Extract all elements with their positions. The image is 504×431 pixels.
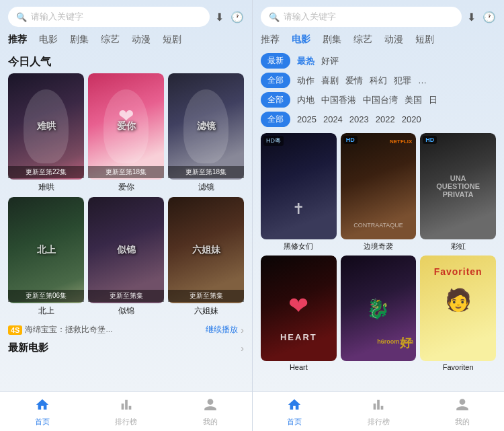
- filter-tag-jp[interactable]: 日: [429, 94, 437, 106]
- popular-section-title: 今日人气: [0, 51, 252, 73]
- hd-badge-2: HD: [343, 136, 358, 144]
- poster-item-lujing[interactable]: 滤镜 更新至第18集 滤镜: [168, 73, 244, 193]
- right-search-placeholder: 请输入关键字: [284, 11, 336, 23]
- mine-icon: [203, 397, 218, 416]
- right-search-input-wrap[interactable]: 🔍 请输入关键字: [261, 7, 462, 27]
- filter-tag-2020[interactable]: 2020: [402, 114, 421, 124]
- filter-tag-hk[interactable]: 中国香港: [321, 94, 356, 106]
- left-tab-movie[interactable]: 电影: [39, 34, 58, 47]
- filter-row-1: 最新 最热 好评: [253, 51, 504, 71]
- right-nav-ranking[interactable]: 排行榜: [337, 392, 421, 431]
- poster-art-text-1: 难哄: [37, 120, 56, 132]
- right-nav-ranking-label: 排行榜: [368, 417, 390, 427]
- history-icon[interactable]: 🕐: [230, 11, 244, 24]
- right-search-bar: 🔍 请输入关键字 ⬇ 🕐: [253, 0, 504, 31]
- poster-title-6: 六姐妹: [168, 303, 244, 317]
- filter-tag-2024[interactable]: 2024: [323, 114, 343, 124]
- right-nav-home-label: 首页: [287, 417, 302, 427]
- filter-tag-crime[interactable]: 犯罪: [394, 75, 411, 87]
- filter-tag-good[interactable]: 好评: [321, 55, 339, 67]
- filter-row-3: 全部 内地 中国香港 中国台湾 美国 日: [253, 90, 504, 110]
- left-tab-variety[interactable]: 综艺: [101, 34, 120, 47]
- left-nav-mine[interactable]: 我的: [168, 392, 252, 431]
- filter-tag-scifi[interactable]: 科幻: [370, 75, 387, 87]
- right-tab-series[interactable]: 剧集: [323, 34, 341, 47]
- poster-badge-4: 更新至第06集: [8, 290, 84, 302]
- poster-badge-2: 更新至第18集: [88, 166, 164, 178]
- left-nav-ranking[interactable]: 排行榜: [84, 392, 168, 431]
- filter-tag-us[interactable]: 美国: [405, 94, 422, 106]
- right-poster-caihong[interactable]: HD UNAQUESTIONEPRIVATA 彩虹: [420, 133, 496, 251]
- notice-arrow-icon: ›: [241, 325, 244, 336]
- notice-badge: 4S: [8, 325, 22, 335]
- right-search-icon: 🔍: [269, 12, 280, 22]
- filter-tag-tw[interactable]: 中国台湾: [363, 94, 398, 106]
- right-poster-heart[interactable]: ❤ HEART Heart: [261, 256, 337, 372]
- filter-row-4: 全部 2025 2024 2023 2022 2020: [253, 110, 504, 129]
- notice-continue-link[interactable]: 继续播放: [206, 324, 238, 336]
- right-home-icon: [287, 397, 302, 416]
- filter-chip-newest[interactable]: 最新: [261, 53, 290, 69]
- poster-item-beishang[interactable]: 北上 更新至第06集 北上: [8, 197, 84, 317]
- filter-tag-2022[interactable]: 2022: [376, 114, 395, 124]
- poster-title-5: 似锦: [88, 303, 164, 317]
- right-ranking-icon: [371, 397, 386, 416]
- poster-item-aini[interactable]: 爱你 ❤ 更新至第18集 爱你: [88, 73, 164, 193]
- right-nav-home[interactable]: 首页: [253, 392, 337, 431]
- right-tab-short[interactable]: 短剧: [415, 34, 434, 47]
- filter-chip-all-genre[interactable]: 全部: [261, 73, 290, 88]
- poster-title-2: 爱你: [88, 180, 164, 193]
- left-search-input-wrap[interactable]: 🔍 请输入关键字: [8, 7, 210, 27]
- right-tab-recommend[interactable]: 推荐: [261, 34, 280, 47]
- left-tab-series[interactable]: 剧集: [70, 34, 89, 47]
- notice-bar: 4S 海绵宝宝：拯救比奇堡... 继续播放 ›: [0, 321, 252, 339]
- left-tab-recommend[interactable]: 推荐: [8, 34, 27, 47]
- right-poster-dragon[interactable]: 🐉 h6room.com 好: [341, 256, 417, 372]
- poster-item-liujimei[interactable]: 六姐妹 更新至第集 六姐妹: [168, 197, 244, 317]
- filter-tag-more-genre[interactable]: …: [418, 75, 427, 85]
- right-poster-bianjing[interactable]: HD CONTRAATAQUE NETFLIX 边境奇袭: [341, 133, 417, 251]
- right-poster-heixiunv[interactable]: HD粤 ✝ 黑修女们: [261, 133, 337, 251]
- download-icon[interactable]: ⬇: [215, 11, 224, 24]
- poster-item-sijin[interactable]: 似锦 更新至第集 似锦: [88, 197, 164, 317]
- filter-tag-2023[interactable]: 2023: [349, 114, 369, 124]
- poster-item-nanhou[interactable]: 难哄 更新至第22集 难哄: [8, 73, 84, 193]
- right-download-icon[interactable]: ⬇: [467, 11, 476, 24]
- right-nav-mine[interactable]: 我的: [420, 392, 504, 431]
- right-poster-favoriten[interactable]: Favoriten 🧑 Favoriten: [420, 256, 496, 372]
- poster-title-3: 滤镜: [168, 180, 244, 193]
- right-tab-movie[interactable]: 电影: [292, 34, 310, 47]
- left-nav-home-label: 首页: [35, 417, 50, 427]
- poster-badge-6: 更新至第集: [168, 290, 244, 302]
- filter-tag-hot[interactable]: 最热: [297, 55, 314, 67]
- right-poster-grid-row2: ❤ HEART Heart 🐉 h6room.com 好 Favoriten 🧑…: [253, 251, 504, 372]
- home-icon: [35, 397, 50, 416]
- filter-tag-comedy[interactable]: 喜剧: [321, 75, 339, 87]
- poster-title-4: 北上: [8, 303, 84, 317]
- left-nav-home[interactable]: 首页: [0, 392, 84, 431]
- hd-badge-1: HD粤: [263, 136, 284, 146]
- poster-badge-3: 更新至第18集: [168, 166, 244, 178]
- left-bottom-nav: 首页 排行榜 我的: [0, 391, 252, 431]
- filter-chip-all-region[interactable]: 全部: [261, 92, 290, 108]
- filter-tag-mainland[interactable]: 内地: [297, 94, 314, 106]
- right-poster-title-favoriten: Favoriten: [420, 361, 496, 371]
- filter-tag-2025[interactable]: 2025: [297, 114, 317, 124]
- poster-art-text-3: 滤镜: [197, 120, 216, 132]
- filter-chip-all-year[interactable]: 全部: [261, 112, 290, 127]
- filter-tag-romance[interactable]: 爱情: [345, 75, 363, 87]
- right-tab-anime[interactable]: 动漫: [384, 34, 403, 47]
- right-history-icon[interactable]: 🕐: [482, 11, 496, 24]
- right-nav-mine-label: 我的: [455, 417, 470, 427]
- filter-tag-action[interactable]: 动作: [297, 75, 314, 87]
- right-nav-tabs: 推荐 电影 剧集 综艺 动漫 短剧: [253, 31, 504, 51]
- right-poster-title-dragon: [341, 361, 417, 363]
- left-tab-short[interactable]: 短剧: [163, 34, 181, 47]
- right-panel: 🔍 请输入关键字 ⬇ 🕐 推荐 电影 剧集 综艺 动漫 短剧 最新 最热 好评 …: [252, 0, 504, 431]
- new-movies-section: 最新电影 ›: [0, 339, 252, 356]
- left-tab-anime[interactable]: 动漫: [132, 34, 151, 47]
- ranking-icon: [119, 397, 134, 416]
- right-poster-grid-row1: HD粤 ✝ 黑修女们 HD CONTRAATAQUE NETFLIX 边境奇袭 …: [253, 129, 504, 251]
- poster-art-text-5: 似锦: [117, 244, 136, 256]
- right-tab-variety[interactable]: 综艺: [353, 34, 372, 47]
